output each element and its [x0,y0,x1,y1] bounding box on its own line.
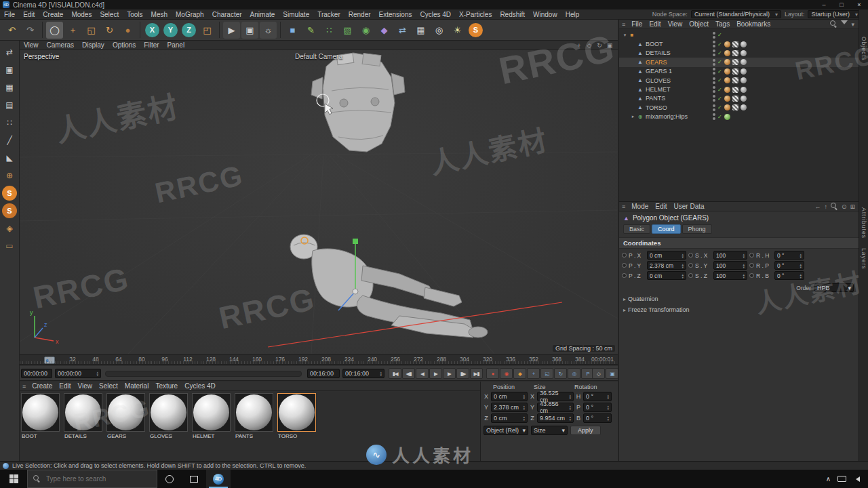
weight-tag-icon[interactable] [724,114,730,120]
taskbar-search[interactable] [27,470,157,488]
phong-tag-icon[interactable] [741,50,747,56]
lock-z-axis-icon[interactable]: Z [182,23,196,37]
current-time-field[interactable]: 00:00:00 [21,369,52,378]
phong-tag-icon[interactable] [741,87,747,93]
visibility-dot-icon[interactable] [713,54,715,56]
viewport-menu-filter[interactable]: Filter [140,41,163,50]
record-parameter-icon[interactable]: ◎ [568,368,580,379]
menu-edit[interactable]: Edit [19,9,39,20]
stepper-icon[interactable]: ▴▾ [682,273,684,279]
enable-check-icon[interactable]: ✓ [717,77,722,83]
visibility-dot-icon[interactable] [713,72,715,75]
viewport-menu-cameras[interactable]: Cameras [43,41,79,50]
volume-builder-menu[interactable]: ▧ [339,22,356,39]
value-lock-icon[interactable] [688,263,693,268]
menu-tools[interactable]: Tools [123,9,146,20]
object-manager-menu-edit[interactable]: Edit [646,20,664,29]
enable-check-icon[interactable]: ✓ [717,104,722,110]
coordinates-section-header[interactable]: Coordinates [619,237,859,249]
object-row-torso[interactable]: ▲TORSO✓ [619,103,859,112]
visibility-dot-icon[interactable] [713,63,715,66]
stepper-icon[interactable]: ▴▾ [607,415,609,421]
maximize-button[interactable]: □ [833,1,850,8]
stepper-icon[interactable]: ▴▾ [96,371,98,376]
visibility-dot-icon[interactable] [713,86,715,89]
cinema4d-taskbar-icon[interactable]: 4D [206,470,231,488]
search-input[interactable] [45,474,146,483]
visibility-dots[interactable] [713,95,715,102]
value-field-p-x[interactable]: 0 cm▴▾ [647,251,686,260]
viewport-menu-options[interactable]: Options [108,41,140,50]
play-button[interactable]: ▶ [429,368,442,379]
menu-x-particles[interactable]: X-Particles [455,9,496,20]
object-mode-select[interactable]: Object (Rel)▾ [484,426,528,435]
visibility-dot-icon[interactable] [713,36,715,39]
next-frame-button[interactable]: ▶ [443,368,456,379]
stepper-icon[interactable]: ▴▾ [607,405,609,410]
attribute-menu-edit[interactable]: Edit [652,202,670,211]
viewport-menu-display[interactable]: Display [78,41,108,50]
light-menu[interactable]: ☀ [449,22,466,39]
filter-icon[interactable] [841,20,848,28]
panel-menu-icon[interactable]: ≡ [619,21,628,28]
enable-check-icon[interactable]: ✓ [717,114,722,120]
attribute-menu-user-data[interactable]: User Data [671,202,708,211]
camera-label[interactable]: Default Camera [295,53,342,60]
undo-icon[interactable]: ↶ [3,22,20,39]
menu-redshift[interactable]: Redshift [496,9,529,20]
menu-cycles-4d[interactable]: Cycles 4D [416,9,455,20]
record-keyframe-icon[interactable]: ◉ [500,368,513,379]
dynamics-menu[interactable]: ⇄ [394,22,411,39]
lock-x-axis-icon[interactable]: X [145,23,159,37]
material-item-details[interactable]: DETAILS [64,393,102,439]
size-mode-select[interactable]: Size▾ [531,426,568,435]
toggle-view-icon[interactable]: ▣ [606,42,614,49]
visibility-dot-icon[interactable] [713,90,715,93]
menu-render[interactable]: Render [344,9,375,20]
enable-check-icon[interactable]: ✓ [717,50,722,56]
stepper-icon[interactable]: ▴▾ [569,415,571,421]
material-thumbnail[interactable] [106,393,145,432]
coord-field-x[interactable]: 36.525 cm▴▾ [537,392,574,401]
order-select[interactable]: HPB▾ [814,283,854,292]
material-tag-icon[interactable] [724,59,730,65]
material-thumbnail[interactable] [192,393,231,432]
menu-simulate[interactable]: Simulate [279,9,313,20]
cycles-4d-menu[interactable]: S [469,23,483,37]
phong-tag-icon[interactable] [741,68,747,75]
stepper-icon[interactable]: ▴▾ [800,263,802,268]
coord-field-z[interactable]: 9.954 cm▴▾ [537,413,574,423]
object-manager-menu-object[interactable]: Object [686,20,712,29]
bookmark-icon[interactable]: ▾ [851,21,854,28]
primitive-cube-menu[interactable]: ■ [284,22,301,39]
scale-tool[interactable]: ◱ [83,22,100,39]
timeline-ruler[interactable]: 00:00:01 1632486480961121281441601761922… [20,354,618,365]
tray-volume-icon[interactable] [853,476,860,482]
stepper-icon[interactable]: ▴▾ [607,394,609,399]
dock-tab-attributes[interactable]: Attributes [861,207,867,239]
material-item-torso[interactable]: TORSO [277,393,316,439]
menu-mesh[interactable]: Mesh [147,9,172,20]
visibility-dot-icon[interactable] [713,108,715,111]
value-lock-icon[interactable] [688,253,693,258]
minimize-button[interactable]: – [815,1,833,8]
keyframe-selection-icon[interactable]: ◇ [592,368,605,379]
stepper-icon[interactable]: ▴▾ [682,253,684,258]
menu-create[interactable]: Create [39,9,67,20]
live-selection-tool[interactable]: ◯ [46,22,63,39]
redo-icon[interactable]: ↷ [22,22,39,39]
value-lock-icon[interactable] [749,263,754,268]
material-item-helmet[interactable]: HELMET [192,393,231,439]
view-label[interactable]: Perspective [24,53,59,60]
viewport-menu-view[interactable]: View [20,41,43,50]
tray-chevron-icon[interactable]: ∧ [826,475,831,483]
visibility-dots[interactable] [713,104,715,111]
value-field-r-b[interactable]: 0 °▴▾ [774,271,804,280]
start-button[interactable] [0,470,27,488]
search-icon[interactable] [830,20,837,28]
coord-field-hrot[interactable]: 0 °▴▾ [583,392,612,401]
visibility-dots[interactable] [713,86,715,93]
object-row-gears[interactable]: ▲GEARS✓ [619,58,859,66]
visibility-dot-icon[interactable] [713,77,715,80]
viewport-canvas[interactable]: y x z Perspective Default Camera Grid Sp… [20,50,618,354]
